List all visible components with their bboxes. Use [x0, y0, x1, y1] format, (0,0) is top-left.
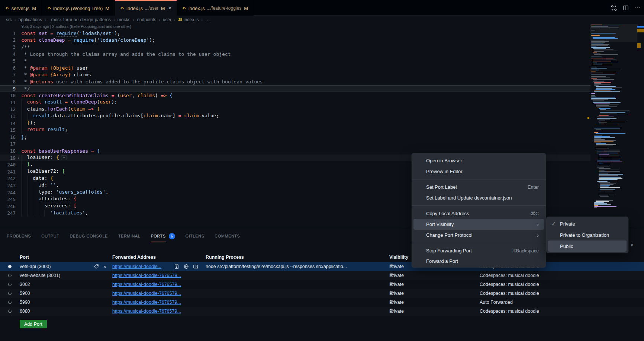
port-row-5990[interactable]: 5990https://musical-doodle-7676579...Pri…: [0, 298, 644, 307]
submenu-item-private[interactable]: ✓Private: [548, 218, 627, 229]
code-line-7[interactable]: 7 * @param {Array} claims: [0, 71, 590, 79]
minimap-line: [591, 30, 596, 31]
code-line-5[interactable]: 5 *: [0, 57, 590, 64]
minimap-line: [596, 105, 609, 106]
copy-address-icon[interactable]: [174, 264, 179, 269]
code-text: /**: [21, 44, 30, 50]
code-line-2[interactable]: 2const cloneDeep = require('lodash/clone…: [0, 37, 590, 44]
code-line-6[interactable]: 6 * @param {Object} user: [0, 64, 590, 71]
port-label: 6080: [20, 309, 30, 314]
panel-tab-gitlens[interactable]: GITLENS: [186, 232, 205, 240]
code-editor[interactable]: You, 3 days ago | 2 authors (Belle Poopo…: [0, 24, 644, 228]
panel-tab-comments[interactable]: COMMENTS: [215, 232, 240, 240]
minimap-line: [593, 54, 600, 54]
minimap-line: [599, 177, 621, 178]
forwarded-address-link[interactable]: https://musical-doodle-7676579...: [112, 273, 181, 278]
codelens-annotation[interactable]: You, 3 days ago | 2 authors (Belle Poopo…: [21, 24, 131, 29]
code-token: claim: [184, 113, 199, 118]
breadcrumb-item-src[interactable]: src: [6, 17, 12, 22]
menu-item-forward-a-port[interactable]: Forward a Port: [413, 256, 544, 266]
minimap-line: [591, 96, 596, 97]
minimap-line: [596, 88, 612, 89]
minimap-line: [593, 37, 615, 38]
fold-chevron-icon[interactable]: ›: [16, 156, 21, 160]
breadcrumb-item-user[interactable]: user: [163, 17, 171, 22]
code-line-1[interactable]: 1const set = require('lodash/set');: [0, 30, 590, 37]
port-row-3002[interactable]: 3002https://musical-doodle-7676579...Pri…: [0, 280, 644, 289]
breadcrumb-item-mocks[interactable]: mocks: [117, 17, 131, 22]
code-token: (: [114, 93, 120, 98]
code-line-16[interactable]: 16};: [0, 134, 590, 141]
editor-scrollbar[interactable]: [637, 24, 644, 220]
modified-badge: M: [105, 6, 109, 11]
code-token: user: [74, 65, 88, 71]
port-row-vets-api-3000-[interactable]: vets-api (3000)×https://musical-doodle..…: [0, 262, 644, 271]
code-line-3[interactable]: 3/**: [0, 44, 590, 51]
code-line-17[interactable]: 17: [0, 141, 590, 148]
indent-guide: [33, 203, 39, 210]
more-actions-icon[interactable]: ⋯: [634, 4, 641, 11]
menu-item-stop-forwarding-port[interactable]: Stop Forwarding Port⌘Backspace: [413, 245, 544, 256]
code-line-10[interactable]: 10const createUserWithDataClaims = (user…: [0, 92, 590, 99]
submenu-item-public[interactable]: Public: [548, 240, 627, 252]
tab-index-js-feature-toggles[interactable]: JSindex.js.../feature-togglesM: [177, 0, 254, 16]
menu-item-port-visibility[interactable]: Port Visibility›: [413, 219, 544, 230]
breadcrumb-item-label: endpoints: [137, 17, 156, 22]
code-line-8[interactable]: 8 * @returns user with claims added to t…: [0, 78, 590, 85]
panel-tab-ports[interactable]: PORTS6: [151, 231, 175, 242]
breadcrumb-item--mock-form-ae-design-patterns[interactable]: _mock-form-ae-design-patterns: [49, 17, 111, 22]
port-row-5900[interactable]: 5900https://musical-doodle-7676579...Pri…: [0, 289, 644, 298]
breadcrumb-item--[interactable]: …: [205, 17, 210, 22]
code-line-11[interactable]: 11const result = cloneDeep(user);: [0, 99, 590, 106]
minimap-line: [600, 114, 617, 114]
breadcrumb-item-index-js[interactable]: JSindex.js: [178, 17, 199, 22]
open-changes-icon[interactable]: [611, 4, 617, 11]
code-line-15[interactable]: 15return result;: [0, 127, 590, 134]
set-label-icon[interactable]: [94, 264, 99, 269]
minimap[interactable]: [590, 24, 637, 220]
forwarded-address-link[interactable]: https://musical-doodle-7676579...: [112, 309, 181, 314]
split-editor-icon[interactable]: [622, 4, 629, 11]
port-row-vets-website-3001-[interactable]: vets-website (3001)https://musical-doodl…: [0, 271, 644, 280]
menu-item-copy-local-address[interactable]: Copy Local Address⌘C: [413, 208, 544, 219]
code-line-9[interactable]: 9 */: [0, 85, 590, 92]
tab-server-js[interactable]: JSserver.jsM: [0, 0, 42, 16]
minimap-line: [593, 79, 614, 80]
port-row-6080[interactable]: 6080https://musical-doodle-7676579...Pri…: [0, 307, 644, 316]
forwarded-address-link[interactable]: https://musical-doodle-7676579...: [112, 291, 181, 296]
panel-tab-output[interactable]: OUTPUT: [41, 232, 59, 240]
forwarded-address-link[interactable]: https://musical-doodle...: [112, 264, 161, 269]
tab-index-js-user[interactable]: JSindex.js.../userM×: [115, 0, 177, 16]
stop-forwarding-icon[interactable]: ×: [103, 264, 106, 270]
menu-item-preview-in-editor[interactable]: Preview in Editor: [413, 166, 544, 177]
breadcrumb-item-endpoints[interactable]: endpoints: [137, 17, 156, 22]
submenu-item-private-to-organization[interactable]: Private to Organization: [548, 229, 627, 240]
tab-close-icon[interactable]: ×: [168, 5, 171, 11]
menu-item-change-port-protocol[interactable]: Change Port Protocol›: [413, 230, 544, 240]
close-icon[interactable]: ×: [631, 242, 634, 248]
menu-item-set-port-label[interactable]: Set Port LabelEnter: [413, 182, 544, 192]
add-port-button[interactable]: Add Port: [20, 320, 47, 328]
open-in-browser-icon[interactable]: [184, 264, 189, 269]
code-line-14[interactable]: 14});: [0, 120, 590, 127]
code-line-12[interactable]: 12claims.forEach(claim => {: [0, 106, 590, 113]
tab-index-js-working-tree[interactable]: JSindex.js (Working Tree)M: [42, 0, 115, 16]
panel-tab-terminal[interactable]: TERMINAL: [118, 232, 141, 240]
indent-guide: [21, 120, 27, 127]
indent-guide: [27, 175, 33, 182]
panel-tab-debug-console[interactable]: DEBUG CONSOLE: [70, 232, 107, 240]
code-token: cloneDeep: [71, 99, 97, 105]
code-line-13[interactable]: 13result.data.attributes.profile.claims[…: [0, 113, 590, 120]
forwarded-address-link[interactable]: https://musical-doodle-7676579...: [112, 282, 181, 287]
code-line-4[interactable]: 4 * Loops through the claims array and a…: [0, 51, 590, 58]
minimap-line: [599, 158, 612, 159]
preview-in-editor-icon[interactable]: [193, 264, 198, 269]
minimap-line: [594, 51, 618, 51]
menu-item-set-label-and-update-devcontainer-json[interactable]: Set Label and Update devcontainer.json: [413, 192, 544, 203]
breadcrumb-item-applications[interactable]: applications: [19, 17, 42, 22]
minimap-line: [599, 194, 615, 195]
menu-item-open-in-browser[interactable]: Open in Browser: [413, 155, 544, 166]
forwarded-address-link[interactable]: https://musical-doodle-7676579...: [112, 300, 181, 305]
code-token: 'users_scaffolds': [56, 189, 106, 195]
panel-tab-problems[interactable]: PROBLEMS: [7, 232, 31, 240]
